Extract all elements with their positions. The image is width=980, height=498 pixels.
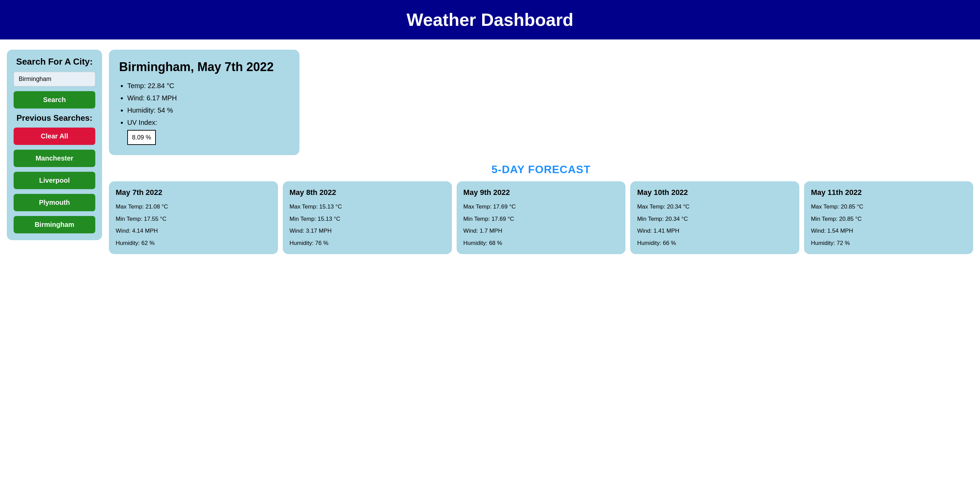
right-panel: Birmingham, May 7th 2022 Temp: 22.84 °C … [109, 50, 973, 254]
forecast-card-day1: May 7th 2022 Max Temp: 21.08 °C Min Temp… [109, 181, 278, 254]
forecast-day2-min-temp: Min Temp: 15.13 °C [290, 215, 445, 223]
city-button-manchester[interactable]: Manchester [14, 150, 95, 167]
forecast-day5-date: May 11th 2022 [811, 188, 966, 197]
forecast-day3-max-temp: Max Temp: 17.69 °C [463, 202, 619, 211]
forecast-day4-wind: Wind: 1.41 MPH [637, 226, 792, 235]
uv-value: 8.09 % [127, 130, 156, 145]
search-button[interactable]: Search [14, 91, 95, 108]
forecast-day5-wind: Wind: 1.54 MPH [811, 226, 966, 235]
forecast-day4-min-temp: Min Temp: 20.34 °C [637, 215, 792, 223]
forecast-day2-humidity: Humidity: 76 % [290, 239, 445, 248]
forecast-day5-min-temp: Min Temp: 20.85 °C [811, 215, 966, 223]
city-button-birmingham[interactable]: Birmingham [14, 216, 95, 233]
forecast-title: 5-DAY FORECAST [109, 163, 973, 176]
current-weather-card: Birmingham, May 7th 2022 Temp: 22.84 °C … [109, 50, 299, 155]
forecast-day1-max-temp: Max Temp: 21.08 °C [116, 202, 271, 211]
forecast-day3-min-temp: Min Temp: 17.69 °C [463, 215, 619, 223]
forecast-day5-max-temp: Max Temp: 20.85 °C [811, 202, 966, 211]
forecast-day1-humidity: Humidity: 62 % [116, 239, 271, 248]
forecast-card-day4: May 10th 2022 Max Temp: 20.34 °C Min Tem… [630, 181, 799, 254]
forecast-day3-date: May 9th 2022 [463, 188, 619, 197]
forecast-cards: May 7th 2022 Max Temp: 21.08 °C Min Temp… [109, 181, 973, 254]
clear-all-button[interactable]: Clear All [14, 127, 95, 145]
forecast-card-day2: May 8th 2022 Max Temp: 15.13 °C Min Temp… [283, 181, 452, 254]
forecast-section: 5-DAY FORECAST May 7th 2022 Max Temp: 21… [109, 163, 973, 254]
current-temp: Temp: 22.84 °C [127, 80, 289, 92]
main-content: Search For A City: Search Previous Searc… [0, 40, 980, 264]
city-button-plymouth[interactable]: Plymouth [14, 194, 95, 211]
forecast-day1-min-temp: Min Temp: 17.55 °C [116, 215, 271, 223]
forecast-day2-wind: Wind: 3.17 MPH [290, 226, 445, 235]
current-city-date: Birmingham, May 7th 2022 [119, 60, 289, 74]
forecast-card-day3: May 9th 2022 Max Temp: 17.69 °C Min Temp… [457, 181, 626, 254]
uv-label: UV Index: [127, 119, 157, 126]
page-header: Weather Dashboard [0, 0, 980, 40]
search-input[interactable] [14, 72, 95, 86]
forecast-day4-max-temp: Max Temp: 20.34 °C [637, 202, 792, 211]
search-section-title: Search For A City: [14, 56, 95, 67]
current-uv: UV Index: 8.09 % [127, 116, 289, 145]
current-humidity: Humidity: 54 % [127, 104, 289, 116]
forecast-day1-date: May 7th 2022 [116, 188, 271, 197]
forecast-day5-humidity: Humidity: 72 % [811, 239, 966, 248]
forecast-day3-wind: Wind: 1.7 MPH [463, 226, 619, 235]
current-weather-details: Temp: 22.84 °C Wind: 6.17 MPH Humidity: … [119, 80, 289, 145]
forecast-day2-date: May 8th 2022 [290, 188, 445, 197]
forecast-day2-max-temp: Max Temp: 15.13 °C [290, 202, 445, 211]
page-title: Weather Dashboard [0, 10, 980, 30]
previous-searches-title: Previous Searches: [14, 113, 95, 123]
forecast-day4-humidity: Humidity: 66 % [637, 239, 792, 248]
city-button-liverpool[interactable]: Liverpool [14, 172, 95, 189]
forecast-day1-wind: Wind: 4.14 MPH [116, 226, 271, 235]
forecast-day3-humidity: Humidity: 68 % [463, 239, 619, 248]
forecast-card-day5: May 11th 2022 Max Temp: 20.85 °C Min Tem… [804, 181, 973, 254]
forecast-day4-date: May 10th 2022 [637, 188, 792, 197]
current-wind: Wind: 6.17 MPH [127, 92, 289, 104]
sidebar: Search For A City: Search Previous Searc… [7, 50, 102, 240]
